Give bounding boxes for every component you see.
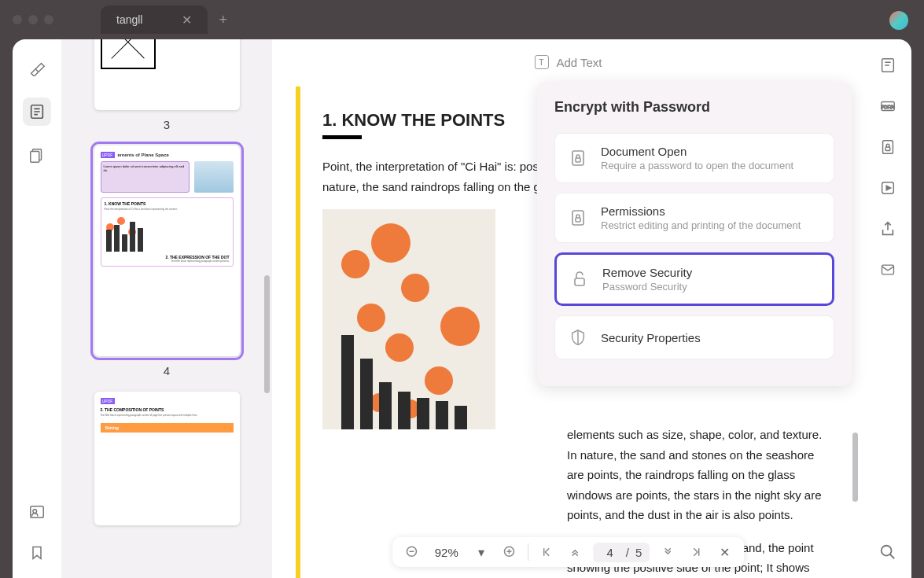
option-title: Security Properties (601, 331, 821, 344)
add-text-button[interactable]: Add Text (556, 56, 602, 69)
total-pages: 5 (635, 546, 642, 559)
thumbnail-number: 4 (164, 364, 170, 377)
svg-line-24 (890, 554, 895, 559)
thumbnail-panel: Lorem ipsum dolor sit amet text block fi… (61, 39, 272, 578)
close-tab-icon[interactable]: ✕ (182, 13, 192, 28)
document-open-option[interactable]: Document Open Require a password to open… (554, 133, 834, 183)
thumbnail-page-5[interactable]: UPDF 2. THE COMPOSITION OF POINTS Text f… (94, 392, 240, 525)
page-separator: / (626, 546, 629, 559)
unlock-icon (569, 269, 590, 289)
svg-rect-26 (576, 158, 580, 162)
content-scrollbar[interactable] (852, 433, 858, 502)
share-icon[interactable] (876, 217, 900, 241)
search-icon[interactable] (876, 540, 900, 564)
thumbnails-tool[interactable] (23, 98, 51, 126)
first-page-button[interactable] (536, 542, 557, 562)
highlighter-tool[interactable] (23, 53, 51, 82)
prev-page-button[interactable] (565, 542, 585, 562)
maximize-window[interactable] (44, 15, 53, 24)
option-subtitle: Password Security (602, 281, 819, 293)
right-toolbar: PDF/A (864, 39, 911, 578)
shield-icon (568, 327, 588, 348)
close-window[interactable] (13, 15, 22, 24)
text-tool-icon[interactable]: T (534, 55, 548, 69)
thumbnail-scrollbar[interactable] (264, 275, 270, 393)
minimize-window[interactable] (28, 15, 38, 24)
thumbnail-item[interactable]: Lorem ipsum dolor sit amet text block fi… (77, 39, 256, 131)
slideshow-icon[interactable] (876, 176, 900, 200)
lock-page-icon (568, 148, 588, 168)
option-title: Document Open (601, 145, 821, 158)
panel-title: Encrypt with Password (554, 99, 834, 116)
svg-text:PDF/A: PDF/A (882, 105, 895, 109)
zoom-in-button[interactable] (499, 542, 520, 562)
svg-rect-22 (882, 265, 894, 274)
document-tab[interactable]: tangll ✕ (101, 6, 208, 34)
titlebar: tangll ✕ + (0, 0, 924, 39)
zoom-out-button[interactable] (402, 542, 422, 562)
svg-rect-29 (575, 278, 584, 285)
thumbnail-item[interactable]: UPDF ements of Plane Space Lorem ipsum d… (77, 145, 256, 377)
thumbnail-page-4[interactable]: UPDF ements of Plane Space Lorem ipsum d… (94, 145, 240, 356)
add-tab-button[interactable]: + (219, 12, 227, 28)
option-subtitle: Restrict editing and printing of the doc… (601, 219, 821, 231)
option-title: Permissions (601, 204, 821, 218)
pages-tool[interactable] (23, 142, 51, 170)
mail-icon[interactable] (876, 258, 900, 282)
ocr-icon[interactable] (876, 53, 900, 77)
user-avatar[interactable] (889, 11, 908, 30)
bookmark-tool[interactable] (23, 539, 51, 567)
tab-title: tangll (116, 13, 142, 26)
window-controls (13, 15, 53, 24)
main-window: Lorem ipsum dolor sit amet text block fi… (13, 39, 911, 578)
svg-rect-19 (885, 147, 890, 151)
svg-rect-28 (576, 218, 580, 222)
document-illustration (322, 209, 495, 429)
svg-marker-21 (886, 186, 891, 190)
svg-point-7 (33, 510, 37, 514)
lock-page-icon (568, 208, 588, 228)
annotation-toolbar: T Add Text (534, 55, 602, 69)
encrypt-panel: Encrypt with Password Document Open Requ… (537, 82, 852, 386)
permissions-option[interactable]: Permissions Restrict editing and printin… (554, 193, 834, 243)
zoom-level: 92% (430, 546, 463, 559)
svg-point-23 (882, 546, 892, 556)
zoom-toolbar: 92% ▾ / 5 ✕ (392, 537, 745, 567)
close-zoombar-button[interactable]: ✕ (714, 542, 734, 562)
page-indicator: / 5 (593, 543, 650, 562)
document-paragraph: elements such as size, shape, color, and… (567, 425, 826, 525)
option-title: Remove Security (602, 266, 819, 279)
heading-underline (322, 135, 362, 139)
page-input[interactable] (601, 546, 620, 559)
thumbnail-item[interactable]: UPDF 2. THE COMPOSITION OF POINTS Text f… (77, 392, 256, 525)
pdfa-icon[interactable]: PDF/A (876, 94, 900, 118)
security-icon[interactable] (876, 135, 900, 159)
next-page-button[interactable] (657, 542, 678, 562)
thumbnail-number: 3 (164, 118, 170, 131)
last-page-button[interactable] (686, 542, 706, 562)
security-properties-option[interactable]: Security Properties (554, 315, 834, 359)
left-toolbar (13, 39, 61, 578)
thumbnail-page-3[interactable]: Lorem ipsum dolor sit amet text block fi… (94, 39, 240, 110)
option-subtitle: Require a password to open the document (601, 160, 821, 171)
svg-rect-5 (31, 152, 39, 163)
remove-security-option[interactable]: Remove Security Password Security (554, 252, 834, 306)
contact-tool[interactable] (23, 498, 51, 526)
zoom-dropdown[interactable]: ▾ (471, 542, 491, 562)
tab-bar: tangll ✕ + (101, 6, 227, 34)
